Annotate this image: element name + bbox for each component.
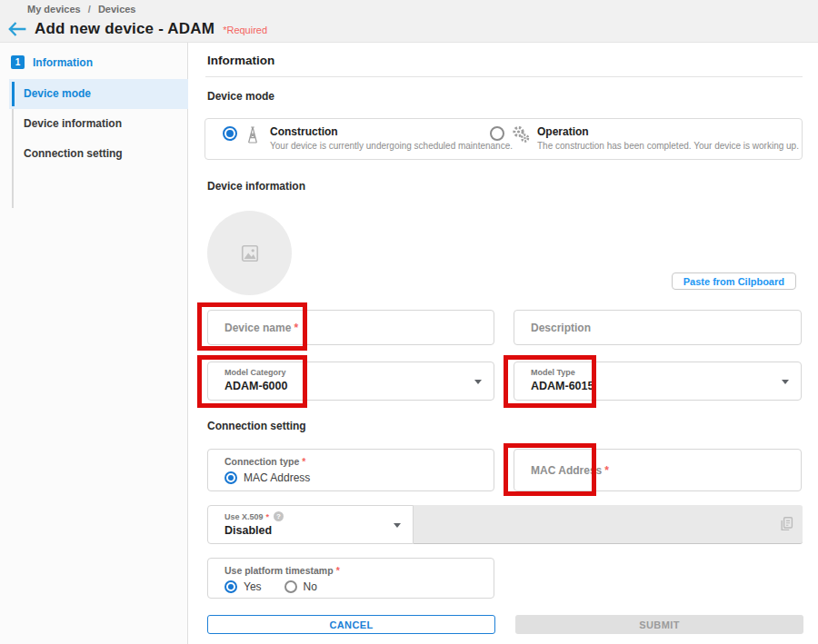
submit-button-disabled[interactable]: SUBMIT: [515, 615, 803, 634]
connection-type-label: Connection type: [224, 456, 299, 467]
mode-option-construction[interactable]: Construction Your device is currently un…: [223, 125, 513, 151]
connection-setting-heading: Connection setting: [207, 420, 306, 432]
construction-tower-icon: [244, 125, 263, 144]
platform-timestamp-required-asterisk: *: [336, 565, 340, 576]
use-x509-label: Use X.509: [224, 512, 264, 521]
sidebar-item-device-information[interactable]: Device information: [9, 109, 188, 139]
model-type-select[interactable]: Model Type ADAM-6015: [514, 362, 802, 401]
help-icon: ?: [274, 511, 284, 521]
breadcrumb-separator: /: [88, 4, 91, 15]
device-name-placeholder: Device name: [224, 322, 291, 334]
sidebar-item-connection-setting[interactable]: Connection setting: [9, 139, 188, 169]
radio-construction-selected[interactable]: [223, 126, 237, 141]
section-divider: [205, 76, 803, 77]
device-mode-heading: Device mode: [207, 90, 274, 103]
breadcrumb: My devices / Devices: [27, 4, 135, 15]
form-panel: Information Device mode Construction You…: [189, 43, 818, 644]
page-title: Add new device - ADAM: [35, 20, 214, 38]
platform-timestamp-group: Use platform timestamp * Yes No: [207, 558, 494, 599]
mac-address-placeholder: MAC Address: [531, 464, 602, 477]
mac-address-option-label: MAC Address: [244, 471, 310, 484]
header-bar: My devices / Devices Add new device - AD…: [0, 0, 818, 43]
platform-timestamp-label: Use platform timestamp: [224, 565, 334, 576]
mode-operation-label: Operation: [537, 125, 799, 138]
sidebar-item-device-mode[interactable]: Device mode: [9, 79, 188, 109]
section-heading-information: Information: [207, 54, 274, 67]
paste-from-clipboard-button[interactable]: Paste from Cilpboard: [672, 272, 796, 290]
device-mode-card: Construction Your device is currently un…: [204, 118, 803, 160]
mode-construction-label: Construction: [270, 125, 513, 138]
cancel-button[interactable]: CANCEL: [207, 615, 495, 634]
mac-address-required-asterisk: *: [604, 464, 609, 477]
description-input[interactable]: Description: [514, 310, 802, 345]
breadcrumb-devices: Devices: [98, 4, 136, 15]
yes-option-label: Yes: [244, 580, 262, 593]
device-information-heading: Device information: [207, 180, 305, 193]
copy-icon: [779, 516, 793, 536]
use-x509-select[interactable]: Use X.509 * ? Disabled: [207, 505, 414, 544]
no-option-label: No: [304, 580, 317, 593]
chevron-down-icon: [474, 380, 482, 384]
radio-yes-selected[interactable]: [224, 580, 237, 593]
model-type-value: ADAM-6015: [531, 380, 801, 392]
back-arrow-icon[interactable]: [8, 22, 26, 36]
step-information[interactable]: 1 Information: [11, 55, 93, 69]
chevron-down-icon: [782, 380, 789, 384]
use-x509-required-asterisk: *: [266, 512, 270, 521]
model-category-label: Model Category: [224, 368, 494, 377]
step-number-badge: 1: [11, 55, 25, 69]
device-name-required-asterisk: *: [294, 322, 298, 334]
chevron-down-icon: [394, 523, 401, 528]
radio-mac-address-selected[interactable]: [224, 471, 237, 484]
breadcrumb-my-devices[interactable]: My devices: [27, 4, 81, 15]
certificate-textarea-disabled: [414, 505, 803, 544]
connection-type-required-asterisk: *: [302, 456, 305, 467]
steps-sidebar: 1 Information Device mode Device informa…: [0, 43, 188, 644]
description-placeholder: Description: [531, 322, 591, 334]
device-name-input[interactable]: Device name *: [207, 310, 494, 345]
connection-type-group: Connection type * MAC Address: [207, 449, 494, 491]
radio-no-unselected[interactable]: [284, 580, 297, 593]
use-x509-value: Disabled: [224, 524, 413, 537]
mode-option-operation[interactable]: Operation The construction has been comp…: [490, 125, 799, 151]
mac-address-input[interactable]: MAC Address *: [514, 449, 802, 491]
step-label: Information: [33, 56, 93, 69]
model-category-value: ADAM-6000: [224, 380, 494, 392]
required-note: *Required: [223, 25, 267, 35]
mode-construction-description: Your device is currently undergoing sche…: [270, 141, 513, 151]
mode-operation-description: The construction has been completed. You…: [537, 141, 799, 151]
model-type-label: Model Type: [531, 368, 801, 377]
radio-operation-unselected[interactable]: [490, 126, 504, 141]
device-image-upload[interactable]: [207, 211, 292, 295]
model-category-select[interactable]: Model Category ADAM-6000: [207, 362, 494, 401]
image-placeholder-icon: [240, 243, 260, 263]
operation-gears-icon: [512, 125, 530, 144]
